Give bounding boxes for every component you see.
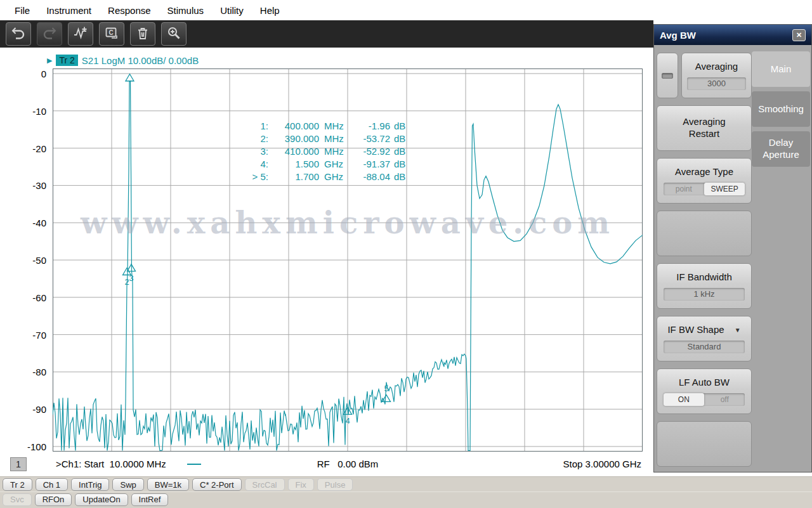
average-type-button[interactable]: Average Type point SWEEP (657, 158, 752, 204)
menu-file[interactable]: File (6, 0, 38, 20)
y-tick-label: -60 (32, 292, 46, 303)
toggle-slot-icon (662, 73, 673, 79)
panel-tabs: MainSmoothingDelay Aperture (752, 51, 810, 167)
copy-channel-icon: C (103, 25, 120, 42)
chevron-down-icon: ▼ (735, 327, 741, 334)
add-marker-icon (72, 25, 89, 42)
status-pulse[interactable]: Pulse (317, 478, 353, 491)
panel-buttons: Averaging 3000 Averaging Restart Average… (657, 53, 752, 467)
status-rfon[interactable]: RFOn (35, 493, 72, 506)
average-type-point-option[interactable]: point (664, 183, 704, 195)
marker-readout-row: 4:1.500GHz-91.37dB (230, 157, 405, 170)
averaging-toggle-button[interactable] (657, 53, 678, 98)
blank-button-2[interactable] (657, 421, 752, 467)
menu-stimulus[interactable]: Stimulus (159, 0, 213, 20)
add-marker-button[interactable] (68, 22, 93, 46)
menu-help[interactable]: Help (252, 0, 288, 20)
status-inttrig[interactable]: IntTrig (71, 478, 109, 491)
trace-header: ▶ Tr 2 S21 LogM 10.00dB/ 0.00dB (47, 54, 199, 67)
averaging-label: Averaging (695, 61, 738, 73)
marker-readout-row: 1:400.000MHz-1.96dB (230, 119, 405, 132)
averaging-button[interactable]: Averaging 3000 (681, 53, 752, 98)
channel-badge[interactable]: 1 (10, 457, 27, 471)
copy-channel-button[interactable]: C (99, 22, 124, 46)
vna-window: FileInstrumentResponseStimulusUtilityHel… (0, 0, 812, 508)
close-icon[interactable]: ✕ (792, 29, 806, 41)
y-tick-label: -50 (32, 255, 46, 266)
if-bandwidth-button[interactable]: IF Bandwidth 1 kHz (657, 263, 752, 309)
status-swp[interactable]: Swp (112, 478, 143, 491)
averaging-restart-label: Averaging Restart (676, 116, 733, 140)
status-bw-1k[interactable]: BW=1k (147, 478, 189, 491)
tab-main[interactable]: Main (752, 51, 810, 87)
status-svc[interactable]: Svc (3, 493, 32, 506)
if-bandwidth-value: 1 kHz (664, 288, 745, 301)
lf-auto-bw-segmented: ON off (664, 393, 745, 406)
avg-bw-panel: Avg BW ✕ MainSmoothingDelay Aperture Ave… (653, 24, 812, 472)
status-updateon[interactable]: UpdateOn (75, 493, 128, 506)
if-bw-shape-button[interactable]: IF BW Shape ▼ Standard (657, 316, 752, 361)
y-tick-label: -100 (27, 441, 46, 452)
status-intref[interactable]: IntRef (131, 493, 169, 506)
average-type-segmented: point SWEEP (664, 183, 745, 195)
status-row-2: SvcRFOnUpdateOnIntRef (0, 492, 812, 506)
plot-area[interactable]: 2345 1:400.000MHz-1.96dB2:390.000MHz-53.… (53, 68, 643, 452)
status-c-2-port[interactable]: C* 2-Port (192, 478, 241, 491)
if-bw-shape-label: IF BW Shape (667, 324, 724, 336)
marker-number-label: 3 (129, 273, 133, 283)
y-tick-label: -80 (32, 367, 46, 377)
undo-icon (10, 25, 27, 42)
marker-triangle-icon (383, 394, 391, 401)
redo-icon (41, 25, 58, 42)
average-type-sweep-option[interactable]: SWEEP (704, 183, 745, 195)
undo-button[interactable] (6, 22, 31, 46)
lf-auto-bw-off-option[interactable]: off (704, 393, 745, 406)
delete-icon (134, 25, 151, 42)
redo-button[interactable] (37, 22, 62, 46)
marker-readout-row: 2:390.000MHz-53.72dB (230, 132, 405, 145)
tab-delay-aperture[interactable]: Delay Aperture (752, 131, 810, 167)
marker-readout-row: > 5:1.700GHz-88.04dB (230, 170, 405, 183)
y-tick-label: 0 (41, 68, 46, 79)
y-axis-ticks: 0-10-20-30-40-50-60-70-80-90-100 (0, 68, 49, 452)
lf-auto-bw-button[interactable]: LF Auto BW ON off (657, 368, 752, 414)
lf-auto-bw-label: LF Auto BW (679, 377, 730, 389)
y-tick-label: -90 (32, 404, 46, 415)
status-bar: Tr 2Ch 1IntTrigSwpBW=1kC* 2-PortSrcCalFi… (0, 476, 812, 508)
marker-readout-row: 3:410.000MHz-52.92dB (230, 145, 405, 157)
y-tick-label: -20 (32, 143, 46, 153)
average-type-label: Average Type (675, 166, 733, 178)
lf-auto-bw-on-option[interactable]: ON (664, 393, 704, 406)
delete-button[interactable] (130, 22, 155, 46)
menu-instrument[interactable]: Instrument (38, 0, 100, 20)
trace-scale-label: S21 LogM 10.00dB/ 0.00dB (82, 55, 199, 66)
zoom-in-button[interactable] (161, 22, 187, 46)
status-fix[interactable]: Fix (288, 478, 314, 491)
status-ch-1[interactable]: Ch 1 (36, 478, 68, 491)
status-row-1: Tr 2Ch 1IntTrigSwpBW=1kC* 2-PortSrcCalFi… (0, 477, 812, 492)
status-srccal[interactable]: SrcCal (245, 478, 285, 491)
y-tick-label: -10 (32, 105, 46, 116)
menu-response[interactable]: Response (100, 0, 159, 20)
plot-footer: >Ch1: Start 10.0000 MHz RF 0.00 dBm Stop… (53, 457, 643, 473)
status-tr-2[interactable]: Tr 2 (3, 478, 32, 491)
zoom-in-icon (166, 25, 182, 42)
marker-readout: 1:400.000MHz-1.96dB2:390.000MHz-53.72dB3… (230, 119, 405, 183)
menu-utility[interactable]: Utility (212, 0, 252, 20)
y-tick-label: -70 (32, 329, 46, 340)
marker-number-label: 4 (345, 416, 350, 426)
if-bandwidth-label: IF Bandwidth (676, 271, 732, 283)
active-trace-arrow-icon: ▶ (47, 56, 52, 65)
svg-text:C: C (108, 29, 113, 36)
tab-smoothing[interactable]: Smoothing (752, 91, 810, 127)
rf-power-label: RF 0.00 dBm (53, 459, 643, 469)
averaging-restart-button[interactable]: Averaging Restart (657, 105, 752, 151)
marker-triangle-icon (126, 74, 134, 81)
menu-bar: FileInstrumentResponseStimulusUtilityHel… (0, 0, 812, 20)
y-tick-label: -30 (32, 180, 46, 191)
trace-badge[interactable]: Tr 2 (56, 55, 77, 66)
y-tick-label: -40 (32, 218, 46, 228)
blank-button-1[interactable] (657, 211, 752, 256)
if-bw-shape-value: Standard (664, 341, 745, 353)
averaging-value: 3000 (687, 77, 746, 90)
